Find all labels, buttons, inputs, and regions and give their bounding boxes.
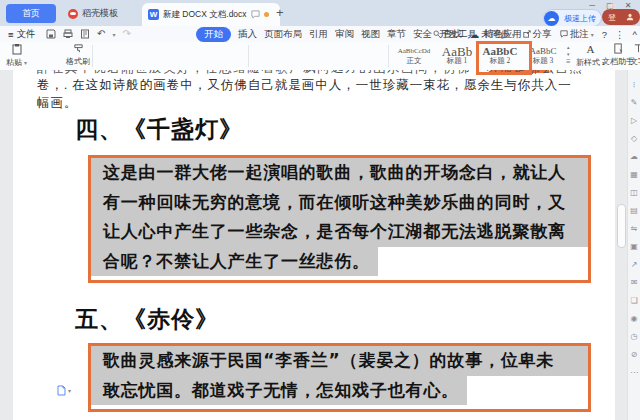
gallery-up-icon[interactable]: ▴ <box>567 44 570 51</box>
right-toolbar: ⁝ ✎ ▷ ◇ ☁ ▦ ◫ ▤ ⇋ ▣ ↗ ✉ ❏ ◉ ◷ ⊘ ⋯ <box>627 70 640 420</box>
format-painter-button[interactable]: 格式刷 <box>66 43 90 68</box>
paragraph-layout-button[interactable]: ▾ <box>57 385 71 396</box>
text-tool-icon <box>633 43 640 54</box>
paste-button[interactable]: 粘贴▾ <box>6 43 27 69</box>
menu-bar: ≡ 文件 ↶ ▾ ↷ 开始 插入 页面布局 引用 审阅 视图 章节 安全 开发工… <box>0 26 640 42</box>
undo-caret-icon[interactable]: ▾ <box>112 31 115 38</box>
new-style-label: 新样式 <box>576 57 600 68</box>
login-button[interactable]: 未登录 <box>602 9 640 25</box>
text-tool-button[interactable]: 文字 <box>630 43 640 68</box>
style-heading3-sample: AaBbC <box>530 47 557 56</box>
print-icon[interactable] <box>63 29 73 39</box>
share-button[interactable]: 分享 <box>523 28 552 41</box>
format-painter-label: 格式刷 <box>66 55 90 68</box>
tab-page-layout[interactable]: 页面布局 <box>264 28 302 41</box>
record-icon[interactable]: ◉ <box>631 314 638 323</box>
tab-review[interactable]: 审阅 <box>335 28 354 41</box>
chart-icon[interactable]: ▤ <box>630 206 638 215</box>
more-menu-button[interactable]: ⋮ <box>615 29 625 40</box>
edit-mode-icon[interactable]: ✎ <box>631 98 638 107</box>
tab-document-label: 新建 DOCX 文档.docx <box>163 9 247 21</box>
tab-references[interactable]: 引用 <box>309 28 328 41</box>
paragraph-layout-icon <box>57 385 66 396</box>
drag-handle-icon: ⁝ <box>633 80 636 89</box>
title-bar: 首页 稻壳模板 W 新建 DOCX 文档.docx + ─ ▢ ✕ ☁ 极速上传… <box>0 0 640 26</box>
new-tab-button[interactable]: + <box>276 4 284 22</box>
sync-status-button[interactable]: ☁ 未同步 ▾ <box>470 28 515 41</box>
help-side-icon[interactable]: ⊘ <box>631 350 638 359</box>
history-icon[interactable]: ◷ <box>631 332 638 341</box>
fast-upload-button[interactable]: ☁ 极速上传 <box>543 9 602 27</box>
find-button[interactable]: 查找 <box>433 28 462 41</box>
mail-icon[interactable]: ✉ <box>631 278 638 287</box>
highlighted-line: 敢忘忧国。都道戏子无情，怎知戏子也有心。 <box>91 376 467 406</box>
writer-doc-icon: W <box>148 9 159 20</box>
more-side-icon[interactable]: ⋯ <box>630 368 638 377</box>
select-tool-icon[interactable]: ▷ <box>631 116 637 125</box>
gallery-more-icon[interactable]: ☰ <box>566 58 570 65</box>
tab-view[interactable]: 视图 <box>361 28 380 41</box>
cloud-upload-icon: ☁ <box>544 11 559 26</box>
search-icon <box>433 30 441 38</box>
new-style-icon: A <box>587 43 595 55</box>
save-icon[interactable] <box>46 29 56 39</box>
style-gallery-scroll[interactable]: ▴ ▾ ☰ <box>566 44 570 65</box>
style-normal[interactable]: AaBbCcDd 正文 <box>394 43 434 69</box>
tab-home-ribbon[interactable]: 开始 <box>196 27 231 42</box>
highlighted-line: 让人心中产生了一些杂念，是否每个江湖都无法逃脱聚散离 <box>91 217 588 247</box>
share-label: 分享 <box>533 28 552 41</box>
annotated-block-song5: 歌曲灵感来源于民国“李香兰”（裴晏之）的故事，位卑未 敢忘忧国。都道戏子无情，怎… <box>88 343 591 412</box>
shapes-icon[interactable]: ◇ <box>631 134 637 143</box>
comment-icon <box>560 30 568 38</box>
brush-icon <box>73 43 84 54</box>
cloud-docs-icon[interactable]: ☁ <box>630 152 638 161</box>
image-icon[interactable]: ▣ <box>630 242 638 251</box>
comments-button[interactable]: 批注 ▾ <box>560 28 594 41</box>
highlighted-line: 这是由一群大佬一起演唱的歌曲，歌曲的开场念白，就让人 <box>91 158 588 188</box>
sync-caret-icon: ▾ <box>512 31 515 38</box>
tab-section[interactable]: 章节 <box>387 28 406 41</box>
table-icon[interactable]: ▦ <box>630 170 638 179</box>
file-menu-button[interactable]: ≡ 文件 <box>8 26 36 42</box>
contacts-icon[interactable]: ◫ <box>630 188 638 197</box>
fast-upload-label: 极速上传 <box>559 13 601 24</box>
file-menu-label: 文件 <box>17 28 36 41</box>
adjust-icon[interactable]: ⇋ <box>631 224 638 233</box>
style-heading1[interactable]: AaBb 标题 1 <box>437 43 477 69</box>
help-button[interactable]: ? <box>602 29 607 40</box>
undo-button[interactable]: ↶ <box>97 29 105 39</box>
annotated-block-song4: 这是由一群大佬一起演唱的歌曲，歌曲的开场念白，就让人 有一种回味无穷的意境，而在… <box>88 155 591 283</box>
hamburger-icon: ≡ <box>8 29 14 40</box>
rice-husk-logo-icon <box>68 9 78 19</box>
preview-icon[interactable] <box>80 29 90 39</box>
unsaved-dot-icon <box>264 12 269 17</box>
cloud-sync-icon: ☁ <box>470 29 480 40</box>
annotation-box-heading2-style <box>476 41 532 75</box>
heading-song5: 五、《赤伶》 <box>75 304 219 335</box>
redo-button[interactable]: ↷ <box>122 29 130 39</box>
share-panel-icon[interactable]: ↗ <box>631 260 638 269</box>
paragraph-layout-caret-icon: ▾ <box>68 387 71 394</box>
vertical-scrollbar-thumb[interactable] <box>617 204 626 248</box>
tab-insert[interactable]: 插入 <box>238 28 257 41</box>
style-heading1-sample: AaBb <box>442 47 472 56</box>
tab-home[interactable]: 首页 <box>6 4 56 23</box>
share-icon <box>523 30 531 38</box>
gallery-icon[interactable]: ❏ <box>630 296 637 305</box>
tab-document[interactable]: W 新建 DOCX 文档.docx <box>142 3 280 26</box>
text-tool-label: 文字 <box>630 55 640 68</box>
highlighted-line: 合呢？不禁让人产生了一丝悲伤。 <box>91 247 378 277</box>
gallery-down-icon[interactable]: ▾ <box>567 51 570 58</box>
style-heading1-label: 标题 1 <box>447 56 468 65</box>
document-page[interactable]: 醉在其中恍若隔世般美好，任思绪随着歌声飘向远方的山水画间，仿佛一切都是那么自然 … <box>13 70 615 420</box>
document-area: 醉在其中恍若隔世般美好，任思绪随着歌声飘向远方的山水画间，仿佛一切都是那么自然 … <box>0 70 640 420</box>
tab-security[interactable]: 安全 <box>413 28 432 41</box>
heading-song4: 四、《千盏灯》 <box>75 114 243 145</box>
user-icon <box>626 13 634 21</box>
tab-templates[interactable]: 稻壳模板 <box>62 4 124 23</box>
body-text-line-1: 卷，. 在这如诗般的画卷中，又仿佛自己就是画中人，一世珍藏一束花，愿余生与你共入… <box>37 77 572 94</box>
collapse-ribbon-button[interactable]: ^ <box>633 29 637 40</box>
comments-label: 批注 <box>570 28 589 41</box>
new-style-button[interactable]: A 新样式▾ <box>576 43 605 69</box>
highlighted-line: 有一种回味无穷的意境，而在倾听这种美妙乐曲的同时，又 <box>91 188 588 218</box>
